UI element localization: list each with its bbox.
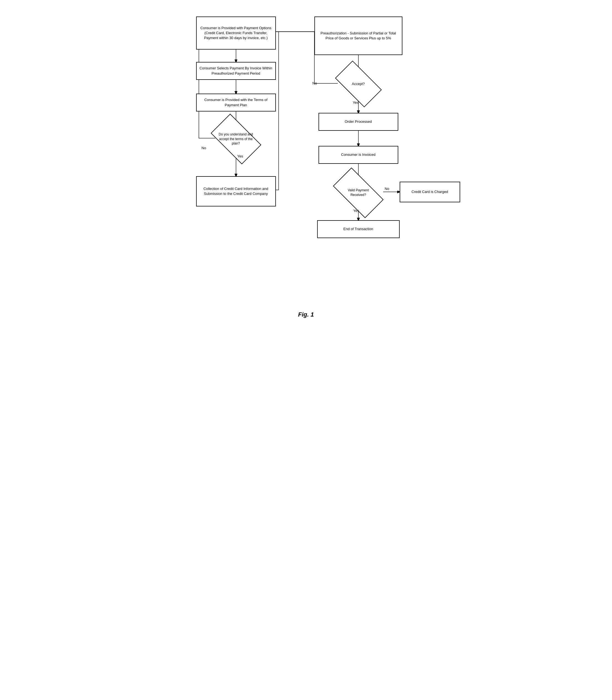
no-understand-label: No bbox=[201, 146, 206, 150]
end-transaction-text: End of Transaction bbox=[343, 227, 373, 231]
flowchart: Consumer is Provided with Payment Option… bbox=[182, 11, 430, 300]
terms-plan-text: Consumer is Provided with the Terms of P… bbox=[199, 97, 273, 107]
consumer-invoiced-box: Consumer is Invoiced bbox=[319, 146, 398, 164]
payment-options-box: Consumer is Provided with Payment Option… bbox=[196, 16, 276, 50]
accept-diamond-wrap: Accept? bbox=[335, 70, 382, 98]
no-payment-label: No bbox=[385, 187, 389, 191]
yes-understand-label: Yes bbox=[237, 154, 243, 158]
no-accept-label: No bbox=[312, 81, 317, 85]
credit-card-charged-box: Credit Card is Charged bbox=[400, 182, 460, 202]
payment-options-text: Consumer is Provided with Payment Option… bbox=[199, 26, 273, 41]
valid-payment-diamond-wrap: Valid Payment Received? bbox=[332, 179, 385, 206]
terms-plan-box: Consumer is Provided with the Terms of P… bbox=[196, 94, 276, 111]
credit-card-collection-text: Collection of Credit Card Information an… bbox=[199, 186, 273, 196]
select-payment-box: Consumer Selects Payment By Invoice With… bbox=[196, 62, 276, 80]
consumer-invoiced-text: Consumer is Invoiced bbox=[341, 152, 375, 157]
order-processed-box: Order Processed bbox=[319, 113, 398, 131]
select-payment-text: Consumer Selects Payment By Invoice With… bbox=[199, 66, 273, 76]
credit-card-charged-text: Credit Card is Charged bbox=[412, 189, 448, 194]
preauthorization-text: Preauthorization - Submission of Partial… bbox=[318, 31, 399, 41]
understand-plan-diamond-wrap: Do you understand and accept the terms o… bbox=[211, 125, 261, 153]
credit-card-collection-box: Collection of Credit Card Information an… bbox=[196, 176, 276, 206]
yes-accept-label: Yes bbox=[353, 100, 359, 105]
end-transaction-box: End of Transaction bbox=[317, 220, 400, 238]
understand-plan-diamond bbox=[211, 114, 261, 164]
yes-payment-label: Yes bbox=[353, 208, 359, 213]
figure-label: Fig. 1 bbox=[298, 311, 314, 318]
order-processed-text: Order Processed bbox=[345, 119, 372, 124]
preauthorization-box: Preauthorization - Submission of Partial… bbox=[315, 16, 402, 55]
